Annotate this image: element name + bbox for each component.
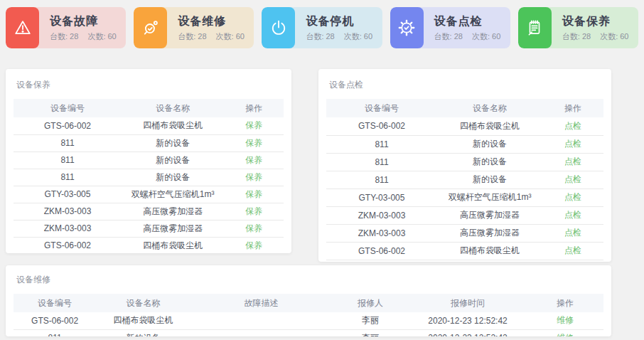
card-stats: 台数:28 次数:60 (434, 31, 510, 42)
table-cell: 四桶布袋吸尘机 (437, 242, 542, 260)
action-cell: 点检 (542, 171, 603, 188)
card-stats: 台数:28 次数:60 (50, 31, 126, 42)
action-cell: 点检 (542, 117, 603, 135)
table-cell: 高压微雾加湿器 (437, 206, 542, 224)
table-cell: 811 (326, 171, 437, 188)
table-cell: 高压微雾加湿器 (437, 224, 542, 242)
table-row: 811新的设备李丽2020-12-23 12:52:42维修 (14, 329, 603, 336)
action-link[interactable]: 点检 (564, 210, 581, 220)
table-cell: 811 (14, 169, 122, 186)
table-row: GTS-06-002四桶布袋吸尘机保养 (14, 237, 284, 253)
table-cell: GTS-06-002 (14, 312, 96, 329)
table-cell: 四桶布袋吸尘机 (122, 237, 224, 253)
action-cell: 维修 (527, 329, 603, 336)
action-cell: 保养 (224, 237, 284, 253)
column-header: 操作 (224, 99, 284, 117)
column-header: 报修时间 (409, 294, 527, 312)
table-row: 811新的设备点检 (326, 171, 603, 188)
table-cell: 811 (326, 135, 437, 153)
column-header: 设备名称 (437, 99, 542, 117)
table-cell: 四桶布袋吸尘机 (437, 117, 542, 135)
action-link[interactable]: 保养 (245, 120, 262, 130)
table-row: GTS-06-002四桶布袋吸尘机点检 (326, 242, 603, 260)
table-cell: 李丽 (332, 329, 409, 336)
card-title: 设备保养 (562, 14, 638, 29)
action-cell: 点检 (542, 135, 603, 153)
action-link[interactable]: 保养 (245, 155, 262, 165)
maintenance-table: 设备编号设备名称操作GTS-06-002四桶布袋吸尘机保养811新的设备保养81… (14, 99, 284, 253)
table-row: 811新的设备点检 (326, 135, 603, 153)
column-header: 设备名称 (122, 99, 224, 117)
table-cell: ZKM-03-003 (326, 224, 437, 242)
stat-card-repair[interactable]: 设备维修 台数:28 次数:60 (134, 7, 254, 48)
stat-card-fault[interactable]: 设备故障 台数:28 次数:60 (6, 7, 126, 48)
table-cell: 新的设备 (122, 152, 224, 169)
table-row: 811新的设备点检 (326, 153, 603, 171)
table-cell: 双螺杆空气压缩机1m³ (437, 188, 542, 206)
inspection-panel: 设备点检 设备编号设备名称操作GTS-06-002四桶布袋吸尘机点检811新的设… (318, 69, 611, 262)
card-stats: 台数:28 次数:60 (178, 31, 254, 42)
table-cell: 2020-12-23 12:52:42 (409, 312, 527, 329)
card-title: 设备故障 (50, 14, 126, 29)
table-cell: GTS-06-002 (14, 237, 122, 253)
action-link[interactable]: 保养 (245, 189, 262, 199)
action-cell: 点检 (542, 242, 603, 260)
action-link[interactable]: 点检 (564, 174, 581, 184)
action-link[interactable]: 保养 (245, 172, 262, 182)
maintenance-panel-title: 设备保养 (16, 79, 284, 91)
table-row: GTS-06-002四桶布袋吸尘机保养 (14, 117, 284, 134)
action-link[interactable]: 维修 (557, 333, 574, 337)
action-link[interactable]: 点检 (564, 139, 581, 149)
table-cell: 新的设备 (437, 153, 542, 171)
table-row: GTY-03-005双螺杆空气压缩机1m³保养 (14, 186, 284, 203)
repair-search-icon (134, 7, 167, 48)
maintenance-panel: 设备保养 设备编号设备名称操作GTS-06-002四桶布袋吸尘机保养811新的设… (6, 69, 291, 253)
table-cell: 四桶布袋吸尘机 (96, 312, 190, 329)
table-row: ZKM-03-003高压微雾加湿器保养 (14, 220, 284, 237)
table-cell: 811 (14, 152, 122, 169)
action-link[interactable]: 点检 (564, 121, 581, 131)
action-link[interactable]: 维修 (557, 315, 574, 325)
table-cell: GTS-06-002 (326, 117, 437, 135)
table-cell: GTY-03-005 (14, 186, 122, 203)
warning-triangle-icon (6, 7, 39, 48)
stat-card-shutdown[interactable]: 设备停机 台数:28 次数:60 (262, 7, 382, 48)
table-row: GTS-06-002四桶布袋吸尘机点检 (326, 117, 603, 135)
action-cell: 点检 (542, 224, 603, 242)
stat-card-maintenance[interactable]: 设备保养 台数:28 次数:60 (518, 7, 638, 48)
table-cell (190, 329, 332, 336)
action-link[interactable]: 点检 (564, 192, 581, 202)
table-cell: ZKM-03-003 (14, 203, 122, 220)
notepad-icon (518, 7, 552, 48)
table-cell: 新的设备 (96, 329, 190, 336)
stat-card-inspection[interactable]: 设备点检 台数:28 次数:60 (390, 7, 510, 48)
action-link[interactable]: 点检 (564, 228, 581, 238)
table-cell: ZKM-03-003 (14, 220, 122, 237)
column-header: 操作 (527, 294, 603, 312)
table-cell: 四桶布袋吸尘机 (122, 117, 224, 134)
column-header: 设备编号 (14, 99, 122, 117)
middle-panels-row: 设备保养 设备编号设备名称操作GTS-06-002四桶布袋吸尘机保养811新的设… (6, 69, 611, 262)
table-cell: 新的设备 (122, 134, 224, 152)
table-cell: 811 (326, 153, 437, 171)
inspection-panel-title: 设备点检 (329, 79, 603, 91)
action-link[interactable]: 保养 (245, 206, 262, 216)
action-link[interactable]: 保养 (245, 138, 262, 148)
table-cell: 双螺杆空气压缩机1m³ (122, 186, 224, 203)
repair-table: 设备编号设备名称故障描述报修人报修时间操作GTS-06-002四桶布袋吸尘机李丽… (14, 294, 603, 336)
action-link[interactable]: 点检 (564, 156, 581, 166)
action-cell: 点检 (542, 188, 603, 206)
column-header: 设备编号 (14, 294, 96, 312)
action-link[interactable]: 保养 (245, 240, 262, 250)
table-cell: GTS-06-002 (14, 117, 122, 134)
table-row: 811新的设备保养 (14, 134, 284, 152)
action-link[interactable]: 点检 (564, 245, 581, 255)
table-row: ZKM-03-003高压微雾加湿器点检 (326, 206, 603, 224)
action-link[interactable]: 保养 (245, 223, 262, 233)
table-cell: 811 (14, 329, 96, 336)
table-cell: 高压微雾加湿器 (122, 203, 224, 220)
gear-check-icon (390, 7, 424, 48)
action-cell: 点检 (542, 206, 603, 224)
table-cell: 811 (14, 134, 122, 152)
table-row: 811新的设备保养 (14, 169, 284, 186)
